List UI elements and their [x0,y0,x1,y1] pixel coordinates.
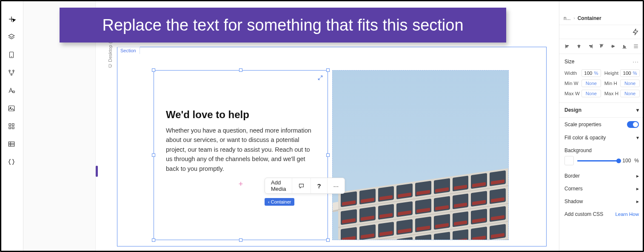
layers-icon[interactable] [7,33,16,41]
border-label: Border [564,173,580,179]
scale-properties-label: Scale properties [564,122,601,127]
resize-handle[interactable] [326,68,330,72]
align-right-icon[interactable] [587,42,594,50]
building-image [332,155,508,240]
interactions-tab[interactable] [559,25,644,39]
minh-label: Min H [604,81,617,86]
align-bottom-icon[interactable] [621,42,628,50]
resize-handle[interactable] [326,238,330,242]
breadcrumb[interactable]: n... Container [559,15,644,25]
svg-rect-23 [566,45,569,46]
properties-panel: n... Container Size ··· Width 100% Heigh… [559,0,644,252]
left-tool-rail: ➤ [0,0,23,252]
resize-handle[interactable] [239,238,242,242]
help-icon[interactable]: ? [311,178,327,193]
shadow-row[interactable]: Shadow ▸ [559,195,644,208]
block-heading[interactable]: We'd love to help [166,109,316,121]
image-icon[interactable] [7,104,16,113]
height-label: Height [604,71,618,76]
svg-rect-15 [9,142,14,147]
slider-thumb[interactable] [616,159,621,163]
svg-rect-32 [601,45,601,48]
svg-rect-27 [578,47,580,48]
resize-handle[interactable] [152,68,155,72]
height-input[interactable]: 100% [620,69,640,77]
branch-icon[interactable] [7,68,16,77]
border-row[interactable]: Border ▸ [559,170,644,182]
block-body[interactable]: Whether you have a question, need more i… [166,126,316,173]
svg-rect-33 [602,45,603,47]
expand-icon[interactable] [316,74,324,82]
align-center-h-icon[interactable] [575,42,583,50]
text-icon[interactable] [7,86,16,95]
scale-toggle[interactable] [627,121,639,128]
opacity-slider[interactable] [577,160,619,161]
minh-input[interactable]: None [620,79,640,87]
custom-css-label: Add custom CSS [564,211,603,217]
maxw-label: Max W [564,91,580,96]
section-frame[interactable]: Section We'd love to help Whether you ha… [117,47,547,246]
maxw-input[interactable]: None [581,90,601,97]
background-controls: 100 % [559,154,644,170]
resize-handle[interactable] [239,68,242,72]
svg-rect-30 [590,47,592,48]
minw-input[interactable]: None [581,79,601,87]
width-input[interactable]: 100% [581,69,601,77]
fill-row[interactable]: Fill color & opacity ▾ [559,131,644,144]
custom-css-row: Add custom CSS Learn How [559,208,644,221]
align-controls [559,39,644,54]
scale-properties-row: Scale properties [559,118,644,131]
chevron-right-icon: ▸ [636,186,639,192]
code-icon[interactable] [7,158,16,166]
align-left-icon[interactable] [564,42,571,50]
instruction-text: Replace the text for something that fits… [102,16,463,34]
more-icon[interactable]: ··· [328,178,345,193]
breadcrumb-parent[interactable]: n... [564,15,571,21]
svg-marker-2 [9,34,14,37]
svg-rect-36 [613,45,614,47]
add-media-button[interactable]: Add Media [265,178,292,193]
minw-label: Min W [564,81,578,86]
design-section-header[interactable]: Design ▾ [559,102,644,118]
resize-handle[interactable] [326,153,330,157]
maxh-input[interactable]: None [620,90,640,97]
svg-point-5 [9,70,10,71]
chevron-down-icon: ▾ [636,107,639,113]
size-more-icon[interactable]: ··· [633,58,639,65]
image-container[interactable] [332,70,509,240]
resize-handle[interactable] [152,238,155,242]
svg-rect-38 [624,45,624,48]
svg-rect-24 [566,47,568,48]
section-tag[interactable]: Section [117,47,140,54]
learn-how-link[interactable]: Learn How [615,212,639,217]
svg-rect-11 [9,124,11,126]
align-center-v-icon[interactable] [609,42,617,50]
insert-caret [96,166,98,177]
corners-row[interactable]: Corners ▸ [559,182,644,195]
instruction-banner: Replace the text for something that fits… [60,8,506,42]
width-label: Width [564,71,577,76]
shadow-label: Shadow [564,198,583,204]
size-grid: Width 100% Height 100% Min W None Min H … [559,68,644,102]
fill-label: Fill color & opacity [564,135,606,141]
svg-rect-14 [12,127,14,129]
maxh-label: Max H [604,91,618,96]
comment-icon[interactable] [292,178,311,193]
container-child-tag[interactable]: ‹ Container [265,198,294,206]
opacity-value[interactable]: 100 [622,158,631,164]
add-icon[interactable]: ➤ [7,15,16,23]
distribute-icon[interactable] [632,42,640,50]
background-label: Background [564,147,592,153]
resize-handle[interactable] [152,153,155,157]
size-section-label: Size [564,59,574,65]
breadcrumb-current: Container [578,15,601,21]
selected-container[interactable]: We'd love to help Whether you have a que… [154,70,328,240]
svg-point-8 [13,91,15,93]
add-element-icon[interactable]: + [239,180,243,189]
svg-marker-21 [633,29,638,34]
grid-icon[interactable] [7,122,16,130]
table-icon[interactable] [7,140,16,148]
align-top-icon[interactable] [598,42,605,50]
page-icon[interactable] [7,51,16,59]
color-swatch[interactable] [564,156,574,165]
